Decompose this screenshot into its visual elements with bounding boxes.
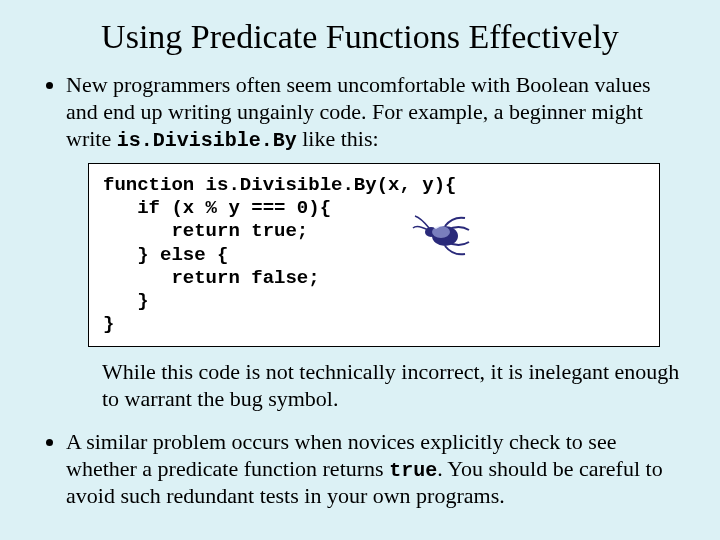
inline-code-true: true — [389, 459, 437, 482]
bug-icon — [411, 208, 471, 260]
slide: Using Predicate Functions Effectively Ne… — [0, 0, 720, 540]
bullet-1: New programmers often seem uncomfortable… — [66, 72, 682, 413]
svg-point-2 — [432, 226, 450, 238]
code-text: function is.Divisible.By(x, y){ if (x % … — [103, 174, 456, 335]
slide-title: Using Predicate Functions Effectively — [38, 18, 682, 56]
bullet-list: New programmers often seem uncomfortable… — [38, 72, 682, 510]
code-block: function is.Divisible.By(x, y){ if (x % … — [88, 163, 660, 347]
bullet-2: A similar problem occurs when novices ex… — [66, 429, 682, 510]
inline-code-fn: is.Divisible.By — [117, 129, 297, 152]
bullet-1-text-b: like this: — [297, 126, 379, 151]
followup-text: While this code is not technically incor… — [102, 359, 682, 413]
